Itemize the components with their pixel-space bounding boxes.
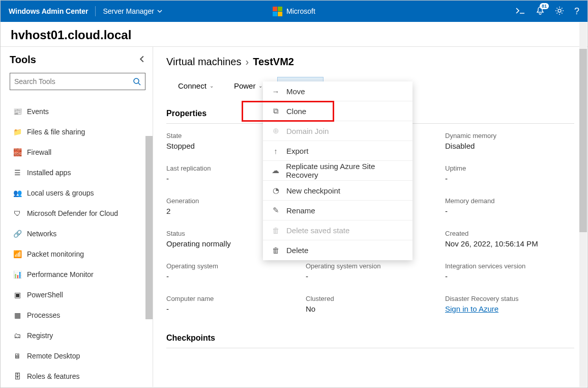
tool-icon: ▣ bbox=[13, 290, 22, 299]
menu-item-rename[interactable]: ✎Rename bbox=[263, 201, 413, 220]
menu-item-replicate-using-azure-site-recovery[interactable]: ☁Replicate using Azure Site Recovery bbox=[263, 161, 413, 181]
host-title: hvhost01.cloud.local bbox=[11, 28, 577, 42]
menu-item-delete[interactable]: 🗑Delete bbox=[263, 240, 413, 260]
prop-isver: Integration services version- bbox=[445, 262, 574, 281]
tool-label: Installed apps bbox=[27, 169, 71, 177]
tool-label: Firewall bbox=[27, 148, 51, 156]
chevron-down-icon: ⌄ bbox=[258, 83, 262, 89]
tool-icon: 🗂 bbox=[13, 331, 22, 340]
tool-label: Networks bbox=[27, 230, 56, 238]
prop-value: - bbox=[445, 272, 574, 281]
breadcrumb-parent[interactable]: Virtual machines bbox=[166, 56, 241, 68]
prop-value[interactable]: Sign in to Azure bbox=[445, 304, 574, 313]
collapse-icon[interactable] bbox=[138, 56, 145, 65]
prop-value: - bbox=[166, 272, 296, 281]
tool-label: Microsoft Defender for Cloud bbox=[27, 209, 118, 217]
main-content: Virtual machines › TestVM2 Connect⌄ Powe… bbox=[153, 47, 587, 387]
chevron-right-icon: › bbox=[245, 56, 249, 68]
sidebar-item-devices[interactable]: 💻Devices bbox=[10, 95, 148, 101]
sidebar-title: Tools bbox=[10, 54, 36, 66]
search-input[interactable] bbox=[14, 77, 133, 86]
menu-icon: → bbox=[271, 87, 280, 96]
prop-label: Computer name bbox=[166, 295, 296, 302]
tool-label: Processes bbox=[27, 311, 60, 319]
search-input-wrap[interactable] bbox=[10, 73, 145, 90]
sidebar-item-powershell[interactable]: ▣PowerShell bbox=[10, 285, 148, 305]
prop-label: Created bbox=[445, 230, 574, 237]
tool-icon: 📶 bbox=[13, 250, 22, 259]
tool-icon: 🧱 bbox=[13, 148, 22, 157]
prop-label: Disaster Recovery status bbox=[445, 295, 574, 302]
svg-point-0 bbox=[558, 9, 561, 12]
prop-label: Uptime bbox=[445, 164, 574, 172]
prop-label: Dynamic memory bbox=[445, 132, 574, 140]
notification-badge: 81 bbox=[540, 3, 549, 9]
prop-compname: Computer name- bbox=[166, 295, 296, 313]
menu-item-clone[interactable]: ⧉Clone bbox=[263, 101, 413, 121]
notifications-icon[interactable]: 81 bbox=[536, 6, 545, 17]
tool-icon: 🖥 bbox=[13, 351, 22, 361]
power-button[interactable]: Power⌄ bbox=[228, 77, 269, 95]
microsoft-logo-icon bbox=[273, 7, 282, 16]
sidebar: Tools 💻Devices📰Events📁Files & file shari… bbox=[1, 47, 153, 387]
tool-label: Local users & groups bbox=[27, 189, 94, 197]
menu-icon: ✎ bbox=[271, 206, 280, 215]
sidebar-item-roles-features[interactable]: 🗄Roles & features bbox=[10, 366, 148, 380]
sidebar-item-local-users-groups[interactable]: 👥Local users & groups bbox=[10, 183, 148, 203]
menu-icon: ⊕ bbox=[271, 126, 280, 135]
tool-icon: ☰ bbox=[13, 168, 22, 177]
sidebar-item-registry[interactable]: 🗂Registry bbox=[10, 325, 148, 346]
tool-icon: 🛡 bbox=[13, 209, 22, 218]
svg-point-1 bbox=[134, 78, 139, 84]
divider bbox=[95, 6, 96, 16]
menu-label: Rename bbox=[286, 206, 315, 215]
brand-label[interactable]: Windows Admin Center bbox=[9, 7, 88, 15]
menu-label: Domain Join bbox=[286, 127, 329, 135]
cloudshell-icon[interactable] bbox=[515, 7, 525, 16]
chevron-down-icon: ⌄ bbox=[210, 83, 214, 89]
prop-label: Memory demand bbox=[445, 197, 574, 205]
checkpoints-section: Checkpoints bbox=[166, 334, 574, 348]
connect-button[interactable]: Connect⌄ bbox=[172, 77, 219, 95]
menu-label: Clone bbox=[286, 107, 306, 116]
sidebar-item-processes[interactable]: ▦Processes bbox=[10, 305, 148, 325]
tool-label: Events bbox=[27, 107, 49, 116]
sidebar-scrollbar[interactable] bbox=[145, 136, 153, 319]
prop-memdem: Memory demand- bbox=[445, 197, 574, 215]
sidebar-item-events[interactable]: 📰Events bbox=[10, 101, 148, 122]
settings-icon[interactable] bbox=[555, 6, 564, 17]
search-icon bbox=[133, 77, 141, 86]
tool-label: Performance Monitor bbox=[27, 270, 94, 279]
tool-label: Registry bbox=[27, 331, 53, 340]
tool-icon: 👥 bbox=[13, 188, 22, 198]
sidebar-item-networks[interactable]: 🔗Networks bbox=[10, 224, 148, 244]
tool-label: PowerShell bbox=[27, 291, 63, 299]
sidebar-item-packet-monitoring[interactable]: 📶Packet monitoring bbox=[10, 244, 148, 264]
outer-scrollbar[interactable] bbox=[579, 22, 587, 387]
context-dropdown[interactable]: Server Manager bbox=[103, 7, 162, 15]
sidebar-item-performance-monitor[interactable]: 📊Performance Monitor bbox=[10, 264, 148, 285]
prop-uptime: Uptime- bbox=[445, 164, 574, 183]
sidebar-item-firewall[interactable]: 🧱Firewall bbox=[10, 142, 148, 162]
menu-item-new-checkpoint[interactable]: ◔New checkpoint bbox=[263, 181, 413, 201]
sidebar-item-files-file-sharing[interactable]: 📁Files & file sharing bbox=[10, 122, 148, 142]
menu-icon: ⧉ bbox=[271, 106, 280, 116]
sidebar-item-microsoft-defender-for-cloud[interactable]: 🛡Microsoft Defender for Cloud bbox=[10, 203, 148, 224]
help-icon[interactable]: ? bbox=[574, 6, 579, 17]
menu-icon: 🗑 bbox=[271, 226, 280, 235]
prop-label: Clustered bbox=[306, 295, 435, 302]
tool-icon: 📊 bbox=[13, 270, 22, 279]
sidebar-item-remote-desktop[interactable]: 🖥Remote Desktop bbox=[10, 346, 148, 366]
prop-value: Disabled bbox=[445, 142, 574, 150]
prop-osver: Operating system version- bbox=[306, 262, 435, 281]
sidebar-item-installed-apps[interactable]: ☰Installed apps bbox=[10, 162, 148, 183]
ms-brand[interactable]: Microsoft bbox=[273, 7, 315, 16]
breadcrumb: Virtual machines › TestVM2 bbox=[166, 56, 574, 68]
menu-item-export[interactable]: ↑Export bbox=[263, 141, 413, 161]
menu-item-move[interactable]: →Move bbox=[263, 81, 413, 101]
prop-value: Nov 26, 2022, 10:56:14 PM bbox=[445, 239, 574, 248]
menu-label: New checkpoint bbox=[286, 186, 340, 195]
top-bar: Windows Admin Center Server Manager Micr… bbox=[1, 1, 587, 22]
menu-label: Delete bbox=[286, 246, 308, 255]
prop-created: CreatedNov 26, 2022, 10:56:14 PM bbox=[445, 230, 574, 248]
